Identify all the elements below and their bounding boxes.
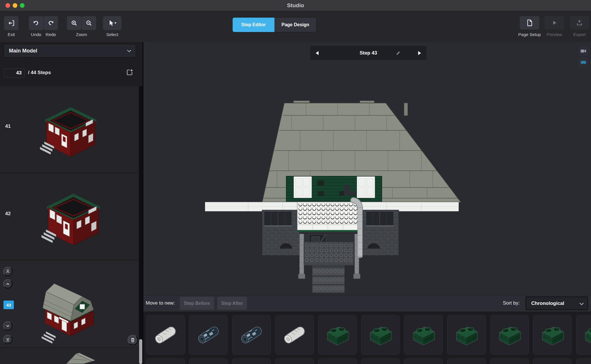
sort-order-dropdown[interactable]: Chronological [525, 297, 588, 310]
zoom-out-button[interactable] [82, 16, 96, 30]
step-row-number: 41 [5, 123, 11, 129]
part-tile-clipped[interactable] [318, 358, 357, 364]
zoom-label: Zoom [67, 32, 96, 37]
exit-label: Exit [4, 32, 18, 37]
export-button[interactable] [570, 16, 589, 29]
part-tile-clipped[interactable] [232, 358, 271, 364]
chevron-down-icon [5, 324, 10, 328]
camera-view-button[interactable] [579, 46, 588, 56]
step-row-43[interactable]: 43 [0, 261, 139, 347]
trash-icon [130, 337, 136, 343]
move-to-new-label: Move to new: [146, 300, 175, 306]
sidebar-scrollbar-thumb[interactable] [139, 339, 142, 364]
brick-1x2-masonry-green-part-image [321, 319, 354, 351]
tab-step-editor[interactable]: Step Editor [233, 18, 274, 32]
chevron-down-icon [127, 50, 131, 52]
part-tile-brick-1x2-masonry-green[interactable] [576, 315, 591, 355]
part-tile-cylinder-white[interactable] [275, 315, 314, 355]
step-41-thumbnail [27, 89, 114, 170]
step-actions-bar: Move to new: Step Before Step After Sort… [143, 295, 591, 312]
step-43-thumbnail [27, 264, 114, 344]
studio-app-window: Studio Exit Undo Redo [0, 0, 591, 364]
arrow-right-icon [418, 51, 421, 55]
model-selector-value: Main Model [9, 48, 37, 54]
part-tile-clipped[interactable] [576, 358, 591, 364]
part-tile-clipped[interactable] [189, 358, 228, 364]
steps-total-label: / 44 Steps [28, 70, 51, 76]
rename-step-button[interactable] [393, 48, 403, 58]
exit-button[interactable] [4, 16, 18, 30]
move-step-down-button[interactable] [3, 321, 12, 331]
part-tile-clipped[interactable] [275, 358, 314, 364]
cylinder-white-part-image [278, 319, 311, 351]
brick-1x2-masonry-green-part-image [450, 319, 483, 351]
cylinder-printed-dark-part-image [235, 319, 268, 351]
part-tile-clipped[interactable] [404, 358, 443, 364]
part-tile-brick-1x2-masonry-green[interactable] [361, 315, 400, 355]
pencil-icon [395, 50, 401, 56]
redo-label: Redo [44, 32, 58, 37]
move-step-to-bottom-button[interactable] [3, 335, 12, 344]
step-row-number: 42 [5, 211, 11, 217]
part-tile-brick-1x2-masonry-green[interactable] [533, 315, 572, 355]
undo-label: Undo [29, 32, 43, 37]
part-tile-clipped[interactable] [490, 358, 529, 364]
zoom-out-icon [85, 20, 92, 27]
page-setup-button[interactable] [520, 16, 539, 29]
part-tile-clipped[interactable] [533, 358, 572, 364]
part-tile-clipped[interactable] [361, 358, 400, 364]
step-row-44-partial[interactable] [0, 348, 139, 364]
part-tile-cylinder-printed-dark[interactable] [232, 315, 271, 355]
select-label: Select [103, 32, 121, 37]
3d-glasses-button[interactable] [579, 58, 588, 67]
add-step-button[interactable] [124, 67, 135, 78]
glasses-icon [580, 60, 586, 65]
step-42-thumbnail [27, 176, 114, 257]
add-step-icon [126, 68, 133, 77]
sort-by-label: Sort by: [503, 300, 520, 306]
move-step-to-top-button[interactable] [3, 267, 12, 276]
undo-icon [33, 20, 40, 27]
step-row-41[interactable]: 41 [0, 86, 139, 172]
step-row-42[interactable]: 42 [0, 173, 139, 260]
next-step-button[interactable] [414, 46, 425, 60]
stone-wall-right [361, 210, 399, 256]
chevron-down-icon [579, 303, 584, 305]
cylinder-printed-dark-part-image [192, 319, 225, 351]
part-tile-clipped[interactable] [146, 358, 185, 364]
mode-switch: Step Editor Page Design [232, 17, 317, 32]
parts-palette [143, 312, 591, 364]
exit-icon [8, 19, 15, 27]
delete-step-button[interactable] [128, 335, 138, 345]
model-viewport[interactable]: Step 43 [143, 42, 591, 295]
dormer-window-right [357, 177, 375, 198]
brick-1x2-masonry-green-part-image [364, 319, 397, 351]
front-steps [312, 265, 345, 293]
step-before-button[interactable]: Step Before [180, 297, 214, 310]
model-selector-dropdown[interactable]: Main Model [4, 44, 136, 57]
move-step-up-button[interactable] [3, 279, 12, 288]
undo-button[interactable] [29, 16, 43, 30]
porch-roof-plate [297, 202, 358, 232]
main-toolbar: Exit Undo Redo [0, 11, 591, 43]
part-tile-brick-1x2-masonry-green[interactable] [490, 315, 529, 355]
part-tile-clipped[interactable] [447, 358, 486, 364]
current-step-input[interactable] [4, 68, 25, 78]
step-header-label: Step 43 [310, 46, 427, 60]
preview-button[interactable] [545, 16, 564, 29]
zoom-in-button[interactable] [67, 16, 81, 30]
step-after-button[interactable]: Step After [217, 297, 247, 310]
camera-icon [580, 48, 586, 54]
lego-house-render [173, 95, 491, 295]
part-tile-brick-1x2-masonry-green[interactable] [318, 315, 357, 355]
part-tile-brick-1x2-masonry-green[interactable] [447, 315, 486, 355]
zoom-in-icon [71, 20, 78, 27]
redo-button[interactable] [44, 16, 58, 30]
part-tile-cylinder-printed-dark[interactable] [189, 315, 228, 355]
current-step-badge: 43 [3, 301, 14, 309]
porch-platform [304, 242, 354, 265]
part-tile-cylinder-white[interactable] [146, 315, 185, 355]
select-tool-button[interactable] [103, 16, 121, 30]
part-tile-brick-1x2-masonry-green[interactable] [404, 315, 443, 355]
tab-page-design[interactable]: Page Design [274, 18, 316, 32]
